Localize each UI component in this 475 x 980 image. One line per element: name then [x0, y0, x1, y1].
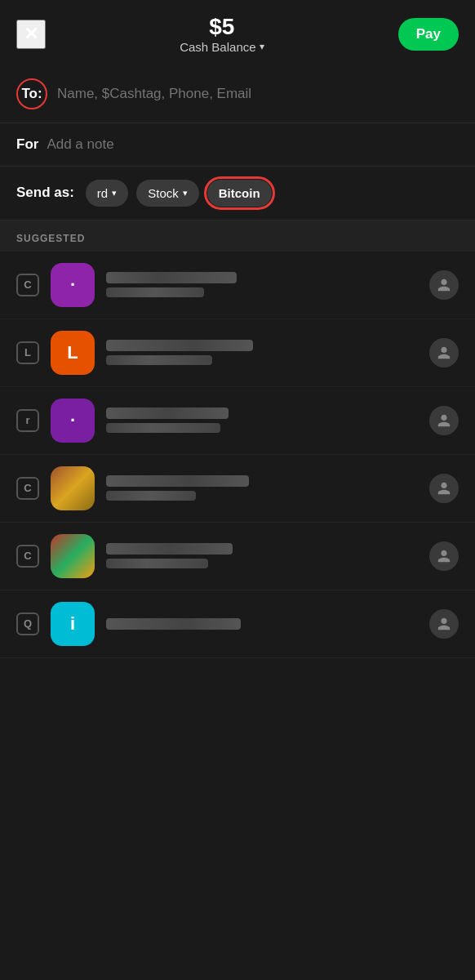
suggested-label: SUGGESTED: [16, 233, 85, 244]
avatar: [51, 534, 95, 578]
card-label: rd: [97, 186, 108, 200]
to-section: To:: [0, 65, 475, 123]
contact-info: [106, 618, 418, 630]
balance-chevron-icon: ▾: [260, 41, 264, 52]
contact-letter-icon: L: [16, 341, 39, 364]
balance-label: Cash Balance: [180, 40, 255, 54]
stock-label: Stock: [148, 186, 179, 200]
contact-info: [106, 543, 418, 568]
for-label: For: [16, 136, 38, 153]
list-item[interactable]: L L: [0, 319, 475, 387]
list-item[interactable]: C: [0, 455, 475, 523]
card-chevron-icon: ▾: [112, 188, 117, 198]
list-item[interactable]: C ·: [0, 252, 475, 319]
to-label: To:: [21, 86, 42, 102]
contact-info: [106, 475, 418, 501]
header-center: $5 Cash Balance ▾: [46, 15, 398, 54]
stock-button[interactable]: Stock ▾: [136, 180, 199, 207]
for-input[interactable]: [47, 136, 459, 153]
contact-handle: [106, 491, 196, 501]
avatar: L: [51, 331, 95, 375]
contact-list: C · L L r ·: [0, 252, 475, 658]
contact-name: [106, 408, 229, 419]
person-icon: [437, 413, 451, 428]
contact-name: [106, 543, 233, 555]
contact-handle: [106, 423, 220, 433]
profile-button[interactable]: [429, 406, 459, 435]
card-button[interactable]: rd ▾: [86, 180, 128, 207]
header: ✕ $5 Cash Balance ▾ Pay: [0, 0, 475, 65]
contact-handle: [106, 355, 212, 365]
suggested-header: SUGGESTED: [0, 220, 475, 252]
close-button[interactable]: ✕: [16, 20, 46, 49]
send-as-label: Send as:: [16, 185, 74, 201]
stock-chevron-icon: ▾: [183, 188, 188, 198]
contact-info: [106, 340, 418, 365]
contact-letter-icon: C: [16, 477, 39, 500]
contact-info: [106, 408, 418, 433]
avatar: [51, 466, 95, 510]
contact-letter-icon: C: [16, 545, 39, 568]
avatar: ·: [51, 399, 95, 443]
person-icon: [437, 617, 451, 631]
contact-letter-icon: Q: [16, 612, 39, 635]
contact-info: [106, 272, 418, 297]
avatar: i: [51, 602, 95, 646]
contact-name: [106, 618, 241, 630]
profile-button[interactable]: [429, 338, 459, 368]
contact-letter-icon: C: [16, 274, 39, 296]
profile-button[interactable]: [429, 474, 459, 503]
contact-name: [106, 340, 253, 351]
bitcoin-button[interactable]: Bitcoin: [207, 180, 272, 207]
profile-button[interactable]: [429, 270, 459, 300]
to-label-circle: To:: [16, 78, 47, 109]
profile-button[interactable]: [429, 609, 459, 639]
bitcoin-button-wrapper: Bitcoin: [207, 180, 272, 207]
person-icon: [437, 549, 451, 564]
contact-letter-icon: r: [16, 409, 39, 432]
person-icon: [437, 278, 451, 292]
contact-name: [106, 272, 237, 283]
balance-dropdown[interactable]: Cash Balance ▾: [46, 40, 398, 54]
avatar: ·: [51, 263, 95, 307]
contact-name: [106, 475, 249, 487]
profile-button[interactable]: [429, 541, 459, 571]
list-item[interactable]: Q i: [0, 590, 475, 658]
header-amount: $5: [46, 15, 398, 40]
list-item[interactable]: r ·: [0, 387, 475, 455]
list-item[interactable]: C: [0, 523, 475, 590]
to-input[interactable]: [57, 86, 459, 102]
person-icon: [437, 345, 451, 360]
contact-handle: [106, 287, 204, 297]
pay-button[interactable]: Pay: [398, 18, 459, 51]
person-icon: [437, 481, 451, 496]
send-as-section: Send as: rd ▾ Stock ▾ Bitcoin: [0, 167, 475, 220]
for-section: For: [0, 123, 475, 167]
contact-handle: [106, 559, 208, 568]
